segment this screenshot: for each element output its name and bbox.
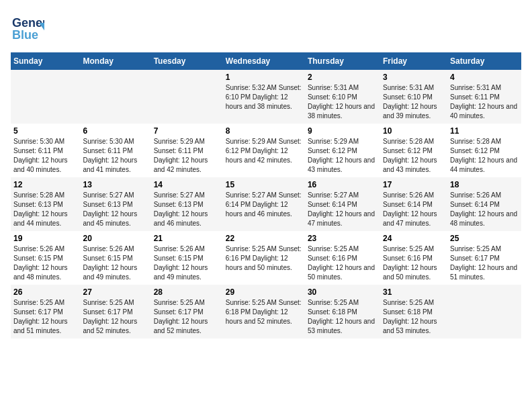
calendar-cell: 23Sunrise: 5:25 AM Sunset: 6:16 PM Dayli…: [305, 231, 380, 285]
calendar-cell: 14Sunrise: 5:27 AM Sunset: 6:13 PM Dayli…: [151, 177, 223, 231]
day-number: 5: [13, 126, 78, 136]
day-content: Sunrise: 5:25 AM Sunset: 6:17 PM Dayligh…: [154, 298, 220, 336]
day-number: 8: [226, 126, 302, 136]
calendar-cell: 26Sunrise: 5:25 AM Sunset: 6:17 PM Dayli…: [11, 285, 81, 338]
column-header-sunday: Sunday: [11, 52, 81, 70]
day-content: Sunrise: 5:25 AM Sunset: 6:16 PM Dayligh…: [383, 244, 445, 282]
day-content: Sunrise: 5:27 AM Sunset: 6:13 PM Dayligh…: [154, 191, 220, 228]
day-number: 7: [154, 126, 220, 136]
day-number: 23: [308, 234, 378, 243]
day-content: Sunrise: 5:25 AM Sunset: 6:16 PM Dayligh…: [308, 244, 378, 282]
day-content: Sunrise: 5:29 AM Sunset: 6:12 PM Dayligh…: [226, 137, 302, 165]
calendar-cell: 17Sunrise: 5:26 AM Sunset: 6:14 PM Dayli…: [380, 177, 447, 231]
calendar-cell: 5Sunrise: 5:30 AM Sunset: 6:11 PM Daylig…: [11, 124, 81, 177]
day-content: Sunrise: 5:25 AM Sunset: 6:17 PM Dayligh…: [83, 298, 148, 336]
day-number: 20: [83, 234, 148, 243]
day-content: Sunrise: 5:31 AM Sunset: 6:11 PM Dayligh…: [450, 83, 519, 121]
day-number: 22: [226, 234, 302, 243]
day-number: 13: [83, 180, 148, 189]
calendar-cell: 22Sunrise: 5:25 AM Sunset: 6:16 PM Dayli…: [223, 231, 305, 285]
day-content: Sunrise: 5:27 AM Sunset: 6:14 PM Dayligh…: [226, 191, 302, 219]
day-number: 29: [226, 287, 302, 297]
calendar-cell: 8Sunrise: 5:29 AM Sunset: 6:12 PM Daylig…: [223, 124, 305, 177]
calendar-cell: 25Sunrise: 5:25 AM Sunset: 6:17 PM Dayli…: [447, 231, 521, 285]
column-header-wednesday: Wednesday: [223, 52, 305, 70]
calendar-cell: 3Sunrise: 5:31 AM Sunset: 6:10 PM Daylig…: [380, 70, 447, 124]
logo-icon: General Blue: [11, 11, 44, 44]
column-header-saturday: Saturday: [447, 52, 521, 70]
calendar-cell: [81, 70, 151, 124]
page-header: General Blue: [11, 11, 521, 44]
day-content: Sunrise: 5:29 AM Sunset: 6:11 PM Dayligh…: [154, 137, 220, 175]
day-number: 11: [450, 126, 519, 136]
calendar-cell: 19Sunrise: 5:26 AM Sunset: 6:15 PM Dayli…: [11, 231, 81, 285]
week-row-4: 19Sunrise: 5:26 AM Sunset: 6:15 PM Dayli…: [11, 231, 521, 285]
week-row-3: 12Sunrise: 5:28 AM Sunset: 6:13 PM Dayli…: [11, 177, 521, 231]
calendar-cell: 24Sunrise: 5:25 AM Sunset: 6:16 PM Dayli…: [380, 231, 447, 285]
calendar-cell: 2Sunrise: 5:31 AM Sunset: 6:10 PM Daylig…: [305, 70, 380, 124]
day-number: 18: [450, 180, 519, 189]
day-number: 24: [383, 234, 445, 243]
calendar-cell: 6Sunrise: 5:30 AM Sunset: 6:11 PM Daylig…: [81, 124, 151, 177]
column-header-tuesday: Tuesday: [151, 52, 223, 70]
svg-text:Blue: Blue: [12, 28, 38, 42]
calendar-cell: [447, 285, 521, 338]
calendar-cell: 13Sunrise: 5:27 AM Sunset: 6:13 PM Dayli…: [81, 177, 151, 231]
calendar-cell: 21Sunrise: 5:26 AM Sunset: 6:15 PM Dayli…: [151, 231, 223, 285]
calendar-cell: 18Sunrise: 5:26 AM Sunset: 6:14 PM Dayli…: [447, 177, 521, 231]
day-number: 25: [450, 234, 519, 243]
day-content: Sunrise: 5:26 AM Sunset: 6:14 PM Dayligh…: [383, 191, 445, 228]
day-content: Sunrise: 5:32 AM Sunset: 6:10 PM Dayligh…: [226, 83, 302, 111]
calendar-cell: 31Sunrise: 5:25 AM Sunset: 6:18 PM Dayli…: [380, 285, 447, 338]
calendar-cell: 27Sunrise: 5:25 AM Sunset: 6:17 PM Dayli…: [81, 285, 151, 338]
day-number: 10: [383, 126, 445, 136]
calendar-cell: [151, 70, 223, 124]
day-content: Sunrise: 5:31 AM Sunset: 6:10 PM Dayligh…: [383, 83, 445, 121]
day-number: 6: [83, 126, 148, 136]
calendar-cell: 29Sunrise: 5:25 AM Sunset: 6:18 PM Dayli…: [223, 285, 305, 338]
day-number: 31: [383, 287, 445, 297]
day-number: 17: [383, 180, 445, 189]
calendar-cell: 7Sunrise: 5:29 AM Sunset: 6:11 PM Daylig…: [151, 124, 223, 177]
day-content: Sunrise: 5:25 AM Sunset: 6:18 PM Dayligh…: [308, 298, 378, 336]
day-number: 30: [308, 287, 378, 297]
day-content: Sunrise: 5:30 AM Sunset: 6:11 PM Dayligh…: [13, 137, 78, 175]
day-content: Sunrise: 5:29 AM Sunset: 6:12 PM Dayligh…: [308, 137, 378, 175]
calendar-cell: 9Sunrise: 5:29 AM Sunset: 6:12 PM Daylig…: [305, 124, 380, 177]
day-content: Sunrise: 5:31 AM Sunset: 6:10 PM Dayligh…: [308, 83, 378, 121]
day-number: 3: [383, 73, 445, 82]
day-number: 26: [13, 287, 78, 297]
calendar-cell: 30Sunrise: 5:25 AM Sunset: 6:18 PM Dayli…: [305, 285, 380, 338]
week-row-2: 5Sunrise: 5:30 AM Sunset: 6:11 PM Daylig…: [11, 124, 521, 177]
calendar-cell: 20Sunrise: 5:26 AM Sunset: 6:15 PM Dayli…: [81, 231, 151, 285]
day-number: 21: [154, 234, 220, 243]
calendar-cell: 4Sunrise: 5:31 AM Sunset: 6:11 PM Daylig…: [447, 70, 521, 124]
day-content: Sunrise: 5:26 AM Sunset: 6:14 PM Dayligh…: [450, 191, 519, 228]
day-content: Sunrise: 5:27 AM Sunset: 6:13 PM Dayligh…: [83, 191, 148, 228]
calendar-header-row: SundayMondayTuesdayWednesdayThursdayFrid…: [11, 52, 521, 70]
day-number: 12: [13, 180, 78, 189]
day-number: 4: [450, 73, 519, 82]
day-content: Sunrise: 5:30 AM Sunset: 6:11 PM Dayligh…: [83, 137, 148, 175]
calendar-cell: 16Sunrise: 5:27 AM Sunset: 6:14 PM Dayli…: [305, 177, 380, 231]
day-content: Sunrise: 5:26 AM Sunset: 6:15 PM Dayligh…: [83, 244, 148, 282]
column-header-thursday: Thursday: [305, 52, 380, 70]
calendar-cell: 11Sunrise: 5:28 AM Sunset: 6:12 PM Dayli…: [447, 124, 521, 177]
calendar-cell: 12Sunrise: 5:28 AM Sunset: 6:13 PM Dayli…: [11, 177, 81, 231]
calendar-table: SundayMondayTuesdayWednesdayThursdayFrid…: [11, 52, 521, 338]
column-header-friday: Friday: [380, 52, 447, 70]
day-content: Sunrise: 5:25 AM Sunset: 6:16 PM Dayligh…: [226, 244, 302, 273]
day-content: Sunrise: 5:25 AM Sunset: 6:17 PM Dayligh…: [450, 244, 519, 282]
day-content: Sunrise: 5:27 AM Sunset: 6:14 PM Dayligh…: [308, 191, 378, 228]
calendar-cell: 10Sunrise: 5:28 AM Sunset: 6:12 PM Dayli…: [380, 124, 447, 177]
day-content: Sunrise: 5:28 AM Sunset: 6:12 PM Dayligh…: [383, 137, 445, 175]
day-content: Sunrise: 5:25 AM Sunset: 6:18 PM Dayligh…: [383, 298, 445, 336]
day-number: 2: [308, 73, 378, 82]
logo: General Blue: [11, 11, 44, 44]
day-content: Sunrise: 5:28 AM Sunset: 6:12 PM Dayligh…: [450, 137, 519, 175]
day-number: 19: [13, 234, 78, 243]
week-row-1: 1Sunrise: 5:32 AM Sunset: 6:10 PM Daylig…: [11, 70, 521, 124]
day-content: Sunrise: 5:28 AM Sunset: 6:13 PM Dayligh…: [13, 191, 78, 228]
day-number: 14: [154, 180, 220, 189]
calendar-cell: [11, 70, 81, 124]
